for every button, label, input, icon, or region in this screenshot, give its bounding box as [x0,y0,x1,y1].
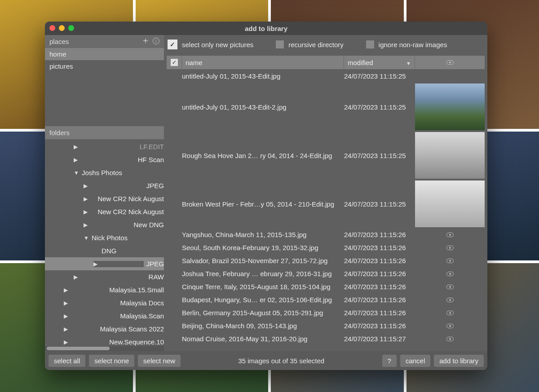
file-row[interactable]: Cinque Terre, Italy, 2015-August 18, 201… [167,280,485,293]
column-check-all[interactable] [167,56,182,69]
option-recursive[interactable]: recursive directory [276,40,344,48]
chevron-right-icon[interactable] [64,300,117,306]
option-recursive-label: recursive directory [288,41,344,48]
add-to-library-button[interactable]: add to library [434,355,484,367]
checkbox-recursive[interactable] [276,40,284,48]
add-place-icon[interactable] [143,38,148,45]
file-preview-cell [415,233,485,237]
chevron-right-icon[interactable] [93,261,144,267]
place-item[interactable]: home [45,48,164,60]
place-item[interactable]: pictures [45,60,164,72]
file-row[interactable]: Rough Sea Hove Jan 2… ry 04, 2014 - 24-E… [167,131,485,180]
chevron-right-icon[interactable] [84,222,131,228]
tree-item[interactable]: Malaysia Docs [45,296,164,309]
option-ignore-nonraw-label: ignore non-raw images [379,41,447,48]
chevron-right-icon[interactable] [84,196,95,202]
file-name: Rough Sea Hove Jan 2… ry 04, 2014 - 24-E… [182,152,344,159]
tree-item[interactable]: New CR2 Nick August [45,205,164,218]
column-modified[interactable]: modified [344,56,415,69]
eye-icon [446,337,454,341]
thumbnail [415,84,485,130]
file-modified: 24/07/2023 11:15:25 [344,152,415,159]
tree-item[interactable]: JPEG [45,179,164,192]
file-preview-cell [415,272,485,276]
eye-icon [446,259,454,263]
file-modified: 24/07/2023 11:15:26 [344,283,415,291]
eye-icon [446,311,454,315]
file-row[interactable]: Yangshuo, China-March 11, 2015-135.jpg24… [167,228,485,241]
tree-item-label: JPEG [146,182,164,189]
file-preview-cell [415,311,485,315]
file-row[interactable]: Salvador, Brazil 2015-November 27, 2015-… [167,254,485,267]
file-modified: 24/07/2023 11:15:26 [344,296,415,304]
chevron-right-icon[interactable] [64,326,97,332]
chevron-down-icon[interactable] [84,235,89,241]
file-row[interactable]: Seoul, South Korea-February 19, 2015-32.… [167,241,485,254]
file-row[interactable]: untitled-July 01, 2015-43-Edit-2.jpg24/0… [167,83,485,131]
chevron-right-icon[interactable] [64,313,117,319]
tree-item[interactable]: New DNG [45,218,164,231]
close-icon[interactable] [49,25,55,31]
selection-status: 35 images out of 35 selected [184,357,379,365]
tree-item[interactable]: LF.EDIT [45,140,164,153]
eye-icon [446,298,454,302]
select-all-button[interactable]: select all [49,355,85,367]
file-row[interactable]: Berlin, Germany 2015-August 05, 2015-291… [167,306,485,319]
chevron-right-icon[interactable] [74,157,135,163]
info-icon[interactable]: i [153,38,159,44]
window-controls [49,25,74,31]
tree-item[interactable]: Malaysia Scans 2022 [45,322,164,335]
option-select-new[interactable]: select only new pictures [168,40,253,49]
tree-item-label: DNG [102,247,116,255]
cancel-button[interactable]: cancel [400,355,430,367]
select-new-button[interactable]: select new [138,355,181,367]
tree-item[interactable]: DNG [45,244,164,257]
check-all-icon[interactable] [171,59,178,66]
file-modified: 24/07/2023 11:15:26 [344,322,415,330]
file-name: Beijing, China-March 09, 2015-143.jpg [182,322,344,330]
file-row[interactable]: Budapest, Hungary, Su… er 02, 2015-106-E… [167,293,485,306]
file-row[interactable]: untitled-July 01, 2015-43-Edit.jpg24/07/… [167,69,485,83]
chevron-right-icon[interactable] [64,339,106,345]
file-row[interactable]: Joshua Tree, February … ebruary 29, 2016… [167,267,485,280]
select-none-button[interactable]: select none [89,355,134,367]
tree-item[interactable]: Malaysia.15.Small [45,283,164,296]
tree-item[interactable]: New.Sequence.10 [45,335,164,346]
file-preview-cell [415,285,485,289]
file-row[interactable]: Nomad Cruise, 2016-May 31, 2016-20.jpg24… [167,332,485,345]
option-ignore-nonraw[interactable]: ignore non-raw images [366,40,447,48]
folder-tree[interactable]: LF.EDITHF ScanJoshs PhotosJPEGNew CR2 Ni… [45,139,164,346]
tree-item[interactable]: Nick Photos [45,231,164,244]
file-modified: 24/07/2023 11:15:26 [344,309,415,317]
tree-item-label: New.Sequence.10 [109,338,164,346]
tree-item-label: HF Scan [138,156,164,163]
column-preview[interactable] [415,56,485,69]
column-name[interactable]: name [182,56,344,69]
chevron-right-icon[interactable] [84,183,144,189]
file-list[interactable]: untitled-July 01, 2015-43-Edit.jpg24/07/… [167,69,485,351]
tree-item[interactable]: HF Scan [45,153,164,166]
option-select-new-label: select only new pictures [182,41,253,48]
file-row[interactable]: Broken West Pier - Febr…y 05, 2014 - 210… [167,180,485,228]
minimize-icon[interactable] [59,25,65,31]
tree-item[interactable]: RAW [45,270,164,283]
sidebar: places i homepictures folders LF.EDITHF … [45,35,164,351]
zoom-icon[interactable] [68,25,74,31]
file-row[interactable]: Beijing, China-March 09, 2015-143.jpg24/… [167,319,485,332]
tree-horizontal-scrollbar[interactable] [45,346,164,351]
checkbox-select-new[interactable] [168,40,177,49]
chevron-right-icon[interactable] [74,144,137,150]
folders-heading: folders [45,126,164,139]
tree-item[interactable]: Malaysia.Scan [45,309,164,322]
checkbox-ignore-nonraw[interactable] [366,40,374,48]
tree-item-label: Joshs Photos [82,169,122,176]
help-button[interactable]: ? [382,355,397,367]
chevron-right-icon[interactable] [64,287,106,293]
tree-item[interactable]: New CR2 Nick August [45,192,164,205]
tree-item[interactable]: Joshs Photos [45,166,164,179]
chevron-right-icon[interactable] [84,209,95,215]
tree-item[interactable]: JPEG [45,257,164,270]
chevron-right-icon[interactable] [74,274,146,280]
chevron-down-icon[interactable] [74,170,79,176]
file-preview-cell [415,246,485,250]
